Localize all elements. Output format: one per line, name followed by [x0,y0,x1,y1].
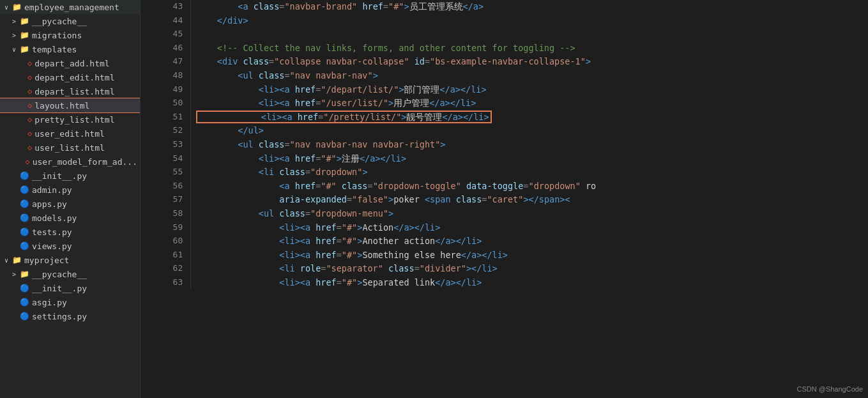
line-content: <a class="navbar-brand" href="#">员工管理系统<… [191,0,868,14]
line-content: <li><a href="#">注册</a></li> [191,152,868,166]
html-file-icon: ◇ [27,143,32,152]
sidebar-item-settings.py[interactable]: 🔵settings.py [0,309,140,323]
line-content: aria-expanded="false">poker <span class=… [191,193,868,207]
line-number: 63 [141,276,191,290]
line-content: <li><a href="/user/list/">用户管理</a></li> [191,96,868,111]
html-file-icon: ◇ [27,101,32,110]
sidebar-item-admin.py[interactable]: 🔵admin.py [0,183,140,197]
code-line: 63 <li><a href="#">Separated link</a></l… [141,276,868,290]
line-number: 62 [141,262,191,276]
line-content: <div class="collapse navbar-collapse" id… [191,55,868,69]
item-label: employee_management [24,3,119,12]
arrow-icon: ∨ [10,46,18,53]
py-file-icon: 🔵 [20,185,29,194]
item-label: templates [32,45,77,54]
html-file-icon: ◇ [25,157,29,166]
line-content [191,27,868,42]
code-line: 54 <li><a href="#">注册</a></li> [141,152,868,166]
line-content: </ul> [191,124,868,138]
item-label: __init__.py [32,284,87,293]
line-content: <ul class="nav navbar-nav"> [191,69,868,83]
line-number: 55 [141,165,191,180]
arrow-icon: > [10,32,18,39]
line-content: <ul class="nav navbar-nav navbar-right"> [191,138,868,152]
item-label: settings.py [32,312,87,321]
item-label: __init__.py [32,171,87,181]
sidebar-item-__pycache__2[interactable]: >📁__pycache__ [0,267,140,281]
sidebar-item-migrations[interactable]: >📁migrations [0,28,140,42]
py-file-icon: 🔵 [20,312,29,321]
sidebar-item-user_model_form_ad...[interactable]: ◇user_model_form_ad... [0,155,140,169]
py-file-icon: 🔵 [20,171,29,180]
code-line: 51 <li><a href="/pretty/list/">靓号管理</a><… [141,111,868,125]
sidebar-item-models.py[interactable]: 🔵models.py [0,211,140,225]
line-number: 47 [141,55,191,69]
item-label: __pycache__ [32,17,87,26]
sidebar-item-myproject[interactable]: ∨📁myproject [0,253,140,267]
item-label: layout.html [34,101,89,111]
sidebar-item-apps.py[interactable]: 🔵apps.py [0,197,140,211]
code-line: 57 aria-expanded="false">poker <span cla… [141,193,868,207]
folder-icon: 📁 [20,270,29,279]
sidebar-item-depart_edit.html[interactable]: ◇depart_edit.html [0,70,140,84]
sidebar-item-employee_management[interactable]: ∨📁employee_management [0,0,140,14]
html-file-icon: ◇ [27,73,32,82]
py-file-icon: 🔵 [20,284,29,293]
item-label: myproject [24,256,69,265]
sidebar-item-layout.html[interactable]: ◇layout.html [0,98,140,112]
item-label: user_model_form_ad... [33,157,137,167]
item-label: depart_edit.html [34,73,114,82]
sidebar-item-user_list.html[interactable]: ◇user_list.html [0,141,140,155]
sidebar-item-depart_add.html[interactable]: ◇depart_add.html [0,56,140,70]
sidebar-item-depart_list.html[interactable]: ◇depart_list.html [0,84,140,98]
line-number: 60 [141,234,191,249]
code-editor: 43 <a class="navbar-brand" href="#">员工管理… [141,0,868,398]
code-line: 48 <ul class="nav navbar-nav"> [141,69,868,83]
line-content: </div> [191,14,868,28]
item-label: tests.py [32,227,72,237]
line-number: 53 [141,138,191,152]
code-line: 49 <li><a href="/depart/list/">部门管理</a><… [141,83,868,97]
html-file-icon: ◇ [27,129,32,138]
line-content: <li><a href="#">Separated link</a></li> [191,276,868,290]
folder-icon: 📁 [20,31,29,40]
item-label: views.py [32,241,72,251]
sidebar-item-pretty_list.html[interactable]: ◇pretty_list.html [0,112,140,126]
code-line: 44 </div> [141,14,868,28]
code-line: 52 </ul> [141,124,868,138]
folder-icon: 📁 [20,45,29,54]
code-line: 53 <ul class="nav navbar-nav navbar-righ… [141,138,868,152]
arrow-icon: > [10,18,18,25]
line-content: <li><a href="#">Another action</a></li> [191,234,868,249]
sidebar-item-user_edit.html[interactable]: ◇user_edit.html [0,126,140,141]
sidebar-item-__pycache__[interactable]: >📁__pycache__ [0,14,140,28]
sidebar-item-asgi.py[interactable]: 🔵asgi.py [0,295,140,309]
line-number: 50 [141,96,191,111]
line-number: 54 [141,152,191,166]
code-line: 56 <a href="#" class="dropdown-toggle" d… [141,180,868,194]
code-line: 58 <ul class="dropdown-menu"> [141,207,868,221]
code-line: 46 <!-- Collect the nav links, forms, an… [141,42,868,56]
line-number: 51 [141,111,191,125]
line-number: 43 [141,0,191,14]
code-line: 59 <li><a href="#">Action</a></li> [141,221,868,235]
line-content: <li><a href="#">Action</a></li> [191,221,868,235]
watermark: CSDN @ShangCode [797,385,864,393]
code-line: 60 <li><a href="#">Another action</a></l… [141,234,868,249]
line-content: <li><a href="#">Something else here</a><… [191,249,868,263]
file-explorer[interactable]: ∨📁employee_management>📁__pycache__>📁migr… [0,0,141,398]
sidebar-item-tests.py[interactable]: 🔵tests.py [0,225,140,239]
sidebar-item-templates[interactable]: ∨📁templates [0,42,140,56]
sidebar-item-__init__.py[interactable]: 🔵__init__.py [0,169,140,183]
sidebar-item-views.py[interactable]: 🔵views.py [0,239,140,253]
line-content: <!-- Collect the nav links, forms, and o… [191,42,868,56]
code-line: 47 <div class="collapse navbar-collapse"… [141,55,868,69]
item-label: user_edit.html [34,129,105,139]
line-number: 56 [141,180,191,194]
item-label: depart_add.html [34,59,109,68]
item-label: admin.py [32,185,72,195]
code-line: 50 <li><a href="/user/list/">用户管理</a></l… [141,96,868,111]
code-line: 61 <li><a href="#">Something else here</… [141,249,868,263]
item-label: asgi.py [32,298,67,307]
sidebar-item-__init__2.py[interactable]: 🔵__init__.py [0,281,140,295]
